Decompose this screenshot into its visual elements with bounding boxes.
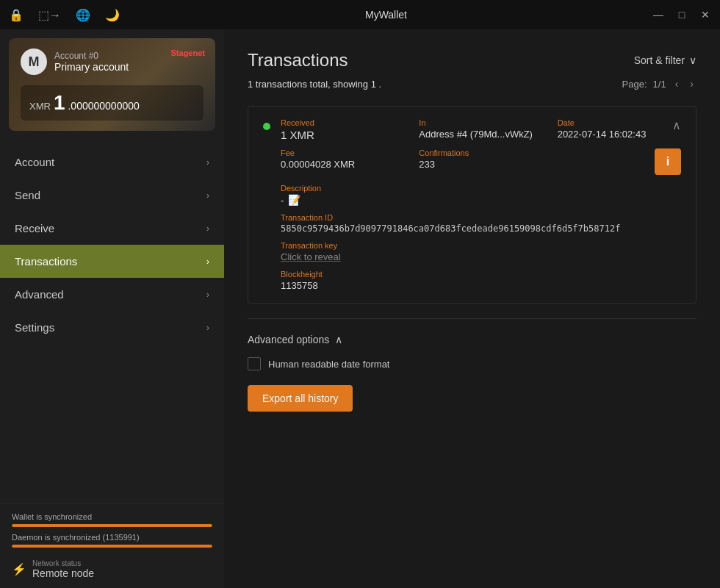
- date-format-label[interactable]: Human readable date format: [268, 359, 389, 370]
- window-controls: — □ ✕: [652, 9, 711, 21]
- balance-decimal: .000000000000: [68, 100, 139, 112]
- network-status-value: Remote node: [32, 567, 94, 579]
- edit-description-icon[interactable]: 📝: [288, 194, 300, 206]
- balance-row: XMR 1 .000000000000: [21, 85, 204, 121]
- chevron-down-icon: ∨: [689, 54, 696, 66]
- tx-meta-row: 1 transactions total, showing 1 . Page: …: [248, 76, 696, 91]
- chevron-icon: ›: [206, 223, 209, 234]
- sidebar-item-send-label: Send: [15, 189, 40, 201]
- network-row: ⚡ Network status Remote node: [12, 553, 212, 582]
- sidebar-item-receive-label: Receive: [15, 222, 54, 234]
- network-status-label: Network status: [32, 559, 94, 567]
- sort-filter-label: Sort & filter: [634, 54, 685, 66]
- sidebar-item-account-label: Account: [15, 156, 54, 168]
- tx-count-text: 1 transactions total, showing: [248, 79, 368, 90]
- network-info: Network status Remote node: [32, 559, 94, 579]
- close-button[interactable]: ✕: [699, 9, 711, 21]
- tx-status-label: Received: [281, 118, 404, 127]
- transactions-header: Transactions Sort & filter ∨: [248, 50, 696, 71]
- sidebar-item-advanced-label: Advanced: [15, 288, 64, 301]
- page-label: Page:: [622, 79, 647, 90]
- minimize-button[interactable]: —: [652, 9, 664, 21]
- tx-blockheight-label: Blockheight: [281, 270, 681, 279]
- page-prev-button[interactable]: ‹: [672, 76, 682, 91]
- date-format-row: Human readable date format: [248, 357, 696, 370]
- tx-key-label: Transaction key: [281, 241, 681, 250]
- sidebar-item-settings-label: Settings: [15, 321, 54, 334]
- page-next-button[interactable]: ›: [687, 76, 696, 91]
- tx-status-field: Received 1 XMR: [281, 118, 404, 141]
- maximize-button[interactable]: □: [676, 9, 688, 21]
- moon-icon[interactable]: 🌙: [105, 8, 120, 22]
- wallet-sync-fill: [12, 524, 212, 527]
- wallet-sync-status: Wallet is synchronized: [12, 512, 212, 527]
- sidebar-item-advanced[interactable]: Advanced ›: [0, 278, 224, 311]
- sidebar: Stagenet M Account #0 Primary account XM…: [0, 29, 224, 588]
- balance-currency: XMR: [29, 101, 51, 112]
- tx-id-value: 5850c9579436b7d9097791846ca07d683fcedead…: [281, 223, 681, 234]
- tx-count: 1 transactions total, showing 1 .: [248, 79, 381, 90]
- tx-confirmations-label: Confirmations: [419, 148, 542, 157]
- daemon-sync-status: Daemon is synchronized (1135991): [12, 533, 212, 548]
- advanced-options-toggle[interactable]: Advanced options ∧: [248, 334, 342, 345]
- lock-icon[interactable]: 🔒: [9, 8, 24, 22]
- lightning-icon: ⚡: [12, 562, 26, 576]
- tx-blockheight-value: 1135758: [281, 280, 681, 291]
- sidebar-item-settings[interactable]: Settings ›: [0, 311, 224, 344]
- tx-description-value: -: [281, 195, 284, 206]
- chevron-icon: ›: [206, 256, 209, 267]
- titlebar: 🔒 ⬚→ 🌐 🌙 MyWallet — □ ✕: [0, 0, 720, 29]
- account-card: Stagenet M Account #0 Primary account XM…: [9, 38, 215, 131]
- advanced-options-label: Advanced options: [248, 334, 329, 345]
- pagination: Page: 1/1 ‹ ›: [622, 76, 696, 91]
- daemon-sync-fill: [12, 545, 212, 548]
- date-format-checkbox[interactable]: [248, 357, 261, 370]
- tx-fee-value: 0.00004028 XMR: [281, 159, 404, 170]
- sidebar-item-transactions-label: Transactions: [15, 255, 77, 268]
- tx-collapse-button[interactable]: ∧: [672, 118, 681, 132]
- tx-count-period: .: [379, 79, 382, 90]
- tx-info-button[interactable]: i: [655, 148, 681, 175]
- sidebar-item-account[interactable]: Account ›: [0, 146, 224, 179]
- nav-items: Account › Send › Receive › Transactions …: [0, 140, 224, 503]
- tx-amount-value: 1 XMR: [281, 129, 404, 141]
- exit-icon[interactable]: ⬚→: [38, 8, 61, 22]
- tx-key-field: Transaction key Click to reveal: [263, 241, 681, 262]
- tx-in-label: In: [419, 118, 542, 127]
- main-layout: Stagenet M Account #0 Primary account XM…: [0, 29, 720, 588]
- transaction-card: Received 1 XMR In Address #4 (79Md...vWk…: [248, 106, 696, 304]
- transactions-title: Transactions: [248, 50, 348, 71]
- account-name: Primary account: [54, 61, 204, 73]
- tx-id-label: Transaction ID: [281, 213, 681, 222]
- chevron-up-icon: ∧: [335, 334, 342, 345]
- tx-info-field: i: [558, 148, 681, 175]
- sort-filter-button[interactable]: Sort & filter ∨: [634, 54, 696, 66]
- content-area: Transactions Sort & filter ∨ 1 transacti…: [224, 29, 720, 588]
- sidebar-item-transactions[interactable]: Transactions ›: [0, 245, 224, 278]
- export-history-button[interactable]: Export all history: [248, 385, 353, 412]
- tx-date-field: Date 2022-07-14 16:02:43: [558, 118, 681, 141]
- tx-confirmations-value: 233: [419, 159, 542, 170]
- globe-icon[interactable]: 🌐: [76, 8, 90, 22]
- stagenet-badge: Stagenet: [171, 49, 205, 57]
- status-section: Wallet is synchronized Daemon is synchro…: [0, 503, 224, 588]
- sidebar-item-receive[interactable]: Receive ›: [0, 212, 224, 245]
- tx-status-dot: [263, 123, 270, 130]
- tx-date-value: 2022-07-14 16:02:43: [558, 129, 647, 140]
- tx-description-field: Description - 📝: [263, 184, 681, 206]
- section-divider: [248, 318, 696, 319]
- tx-fee-field: Fee 0.00004028 XMR: [281, 148, 404, 175]
- tx-confirmations-field: Confirmations 233: [419, 148, 542, 175]
- tx-key-value[interactable]: Click to reveal: [281, 251, 681, 262]
- daemon-sync-bar: [12, 545, 212, 548]
- page-value: 1/1: [653, 79, 666, 90]
- chevron-icon: ›: [206, 157, 209, 168]
- titlebar-left-icons: 🔒 ⬚→ 🌐 🌙: [9, 8, 120, 22]
- monero-logo: M: [21, 49, 47, 75]
- tx-blockheight-field: Blockheight 1135758: [263, 270, 681, 291]
- chevron-icon: ›: [206, 289, 209, 300]
- tx-in-field: In Address #4 (79Md...vWkZ): [419, 118, 542, 141]
- app-title: MyWallet: [365, 9, 407, 21]
- sidebar-item-send[interactable]: Send ›: [0, 179, 224, 212]
- tx-fee-label: Fee: [281, 148, 404, 157]
